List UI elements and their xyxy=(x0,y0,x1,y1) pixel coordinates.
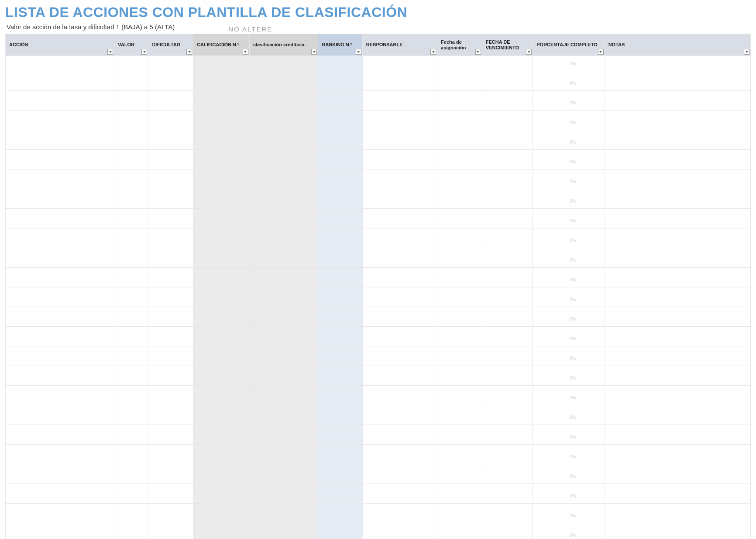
table-cell[interactable] xyxy=(6,174,114,189)
table-cell[interactable] xyxy=(193,351,250,366)
table-cell[interactable] xyxy=(114,135,148,150)
filter-dropdown-icon[interactable] xyxy=(186,49,192,55)
col-header-valor[interactable]: VALOR xyxy=(114,34,148,56)
percent-cell[interactable]: 0% xyxy=(533,115,605,130)
table-cell[interactable] xyxy=(6,95,114,111)
percent-cell[interactable]: 0% xyxy=(533,508,605,523)
table-cell[interactable] xyxy=(193,370,250,386)
table-cell[interactable] xyxy=(482,193,533,209)
table-cell[interactable] xyxy=(482,292,533,307)
table-cell[interactable] xyxy=(318,213,362,228)
table-row[interactable]: 0% xyxy=(6,252,751,268)
table-cell[interactable] xyxy=(114,115,148,130)
table-cell[interactable] xyxy=(148,331,193,346)
table-cell[interactable] xyxy=(437,429,482,445)
table-cell[interactable] xyxy=(148,410,193,425)
table-cell[interactable] xyxy=(6,56,114,71)
table-row[interactable]: 0% xyxy=(6,193,751,209)
table-cell[interactable] xyxy=(482,429,533,445)
table-cell[interactable] xyxy=(482,390,533,405)
table-cell[interactable] xyxy=(482,76,533,91)
table-cell[interactable] xyxy=(362,154,437,169)
table-cell[interactable] xyxy=(437,370,482,386)
table-cell[interactable] xyxy=(437,390,482,405)
table-cell[interactable] xyxy=(6,252,114,268)
table-cell[interactable] xyxy=(249,488,318,504)
table-cell[interactable] xyxy=(437,115,482,130)
table-cell[interactable] xyxy=(114,351,148,366)
table-cell[interactable] xyxy=(482,331,533,346)
table-row[interactable]: 0% xyxy=(6,115,751,130)
table-cell[interactable] xyxy=(362,252,437,268)
table-cell[interactable] xyxy=(482,213,533,228)
table-row[interactable]: 0% xyxy=(6,370,751,386)
table-cell[interactable] xyxy=(318,115,362,130)
table-row[interactable]: 0% xyxy=(6,233,751,248)
filter-dropdown-icon[interactable] xyxy=(107,49,113,55)
table-cell[interactable] xyxy=(249,469,318,484)
table-cell[interactable] xyxy=(362,429,437,445)
table-cell[interactable] xyxy=(605,174,750,189)
table-cell[interactable] xyxy=(6,233,114,248)
percent-cell[interactable]: 0% xyxy=(533,233,605,248)
table-cell[interactable] xyxy=(6,508,114,523)
table-row[interactable]: 0% xyxy=(6,272,751,287)
table-cell[interactable] xyxy=(193,76,250,91)
table-cell[interactable] xyxy=(482,449,533,464)
percent-cell[interactable]: 0% xyxy=(533,95,605,111)
table-cell[interactable] xyxy=(605,469,750,484)
table-row[interactable]: 0% xyxy=(6,508,751,523)
table-cell[interactable] xyxy=(6,528,114,539)
table-cell[interactable] xyxy=(148,154,193,169)
table-cell[interactable] xyxy=(193,135,250,150)
table-cell[interactable] xyxy=(6,292,114,307)
table-cell[interactable] xyxy=(148,252,193,268)
table-cell[interactable] xyxy=(193,56,250,71)
table-cell[interactable] xyxy=(482,528,533,539)
table-cell[interactable] xyxy=(362,351,437,366)
col-header-ranking[interactable]: RANKING N.º xyxy=(318,34,362,56)
table-cell[interactable] xyxy=(318,76,362,91)
col-header-notas[interactable]: NOTAS xyxy=(605,34,750,56)
table-cell[interactable] xyxy=(605,508,750,523)
col-header-calificacion[interactable]: CALIFICACIÓN N.º xyxy=(193,34,250,56)
table-cell[interactable] xyxy=(605,370,750,386)
table-cell[interactable] xyxy=(193,390,250,405)
table-cell[interactable] xyxy=(482,370,533,386)
table-cell[interactable] xyxy=(605,56,750,71)
table-row[interactable]: 0% xyxy=(6,154,751,169)
table-cell[interactable] xyxy=(114,449,148,464)
table-cell[interactable] xyxy=(437,154,482,169)
table-cell[interactable] xyxy=(6,311,114,327)
filter-dropdown-icon[interactable] xyxy=(744,49,749,55)
percent-cell[interactable]: 0% xyxy=(533,351,605,366)
table-cell[interactable] xyxy=(6,410,114,425)
percent-cell[interactable]: 0% xyxy=(533,370,605,386)
table-cell[interactable] xyxy=(437,213,482,228)
table-cell[interactable] xyxy=(362,135,437,150)
table-cell[interactable] xyxy=(482,174,533,189)
table-cell[interactable] xyxy=(605,351,750,366)
table-cell[interactable] xyxy=(482,410,533,425)
table-row[interactable]: 0% xyxy=(6,528,751,539)
table-cell[interactable] xyxy=(114,370,148,386)
table-cell[interactable] xyxy=(605,154,750,169)
table-cell[interactable] xyxy=(605,410,750,425)
table-cell[interactable] xyxy=(148,233,193,248)
table-cell[interactable] xyxy=(148,174,193,189)
col-header-crediticia[interactable]: clasificación crediticia. xyxy=(249,34,318,56)
table-cell[interactable] xyxy=(114,252,148,268)
table-cell[interactable] xyxy=(114,390,148,405)
table-cell[interactable] xyxy=(437,252,482,268)
table-cell[interactable] xyxy=(6,370,114,386)
table-cell[interactable] xyxy=(362,233,437,248)
table-cell[interactable] xyxy=(193,213,250,228)
table-cell[interactable] xyxy=(318,410,362,425)
table-cell[interactable] xyxy=(482,95,533,111)
table-cell[interactable] xyxy=(193,252,250,268)
table-cell[interactable] xyxy=(193,95,250,111)
table-cell[interactable] xyxy=(249,56,318,71)
table-cell[interactable] xyxy=(318,252,362,268)
table-cell[interactable] xyxy=(148,272,193,287)
table-cell[interactable] xyxy=(605,311,750,327)
